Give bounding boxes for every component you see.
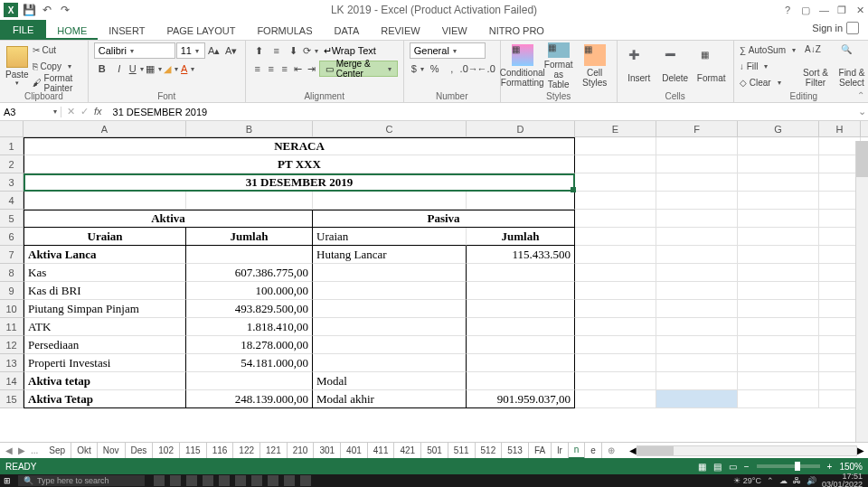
grid-body[interactable]: NERACAPT XXX31 DESEMBER 2019AktivaPasiva… bbox=[24, 137, 861, 408]
cell[interactable] bbox=[738, 155, 819, 173]
cell[interactable] bbox=[656, 137, 738, 155]
cell[interactable]: Kas bbox=[24, 264, 186, 282]
cell[interactable] bbox=[467, 282, 575, 300]
tab-nitro[interactable]: NITRO PRO bbox=[478, 22, 555, 40]
sheet-prev-icon[interactable]: ◀ bbox=[5, 445, 13, 455]
col-header-e[interactable]: E bbox=[575, 121, 656, 136]
sheet-tab[interactable]: 115 bbox=[180, 443, 207, 459]
save-icon[interactable]: 💾 bbox=[22, 3, 36, 17]
row-header[interactable]: 8 bbox=[0, 264, 24, 282]
taskbar-app[interactable] bbox=[203, 475, 213, 486]
cell[interactable] bbox=[656, 246, 738, 264]
cancel-formula-icon[interactable]: ✕ bbox=[67, 106, 75, 117]
cell[interactable] bbox=[575, 264, 656, 282]
cell[interactable] bbox=[313, 336, 467, 354]
cell[interactable] bbox=[738, 173, 819, 192]
tab-view[interactable]: VIEW bbox=[431, 22, 478, 40]
onedrive-icon[interactable]: ☁ bbox=[779, 476, 788, 485]
cell[interactable] bbox=[467, 372, 575, 390]
cell[interactable]: Jumlah bbox=[186, 228, 313, 246]
cell[interactable] bbox=[575, 228, 656, 246]
cell[interactable] bbox=[313, 282, 467, 300]
tab-file[interactable]: FILE bbox=[0, 20, 46, 40]
cell[interactable]: 493.829.500,00 bbox=[186, 300, 313, 318]
cell[interactable] bbox=[575, 210, 656, 228]
cell[interactable]: Hutang Lancar bbox=[313, 246, 467, 264]
col-header-f[interactable]: F bbox=[656, 121, 738, 136]
cell[interactable]: Pasiva bbox=[313, 210, 575, 228]
horizontal-scrollbar[interactable]: ◀ ▶ bbox=[629, 445, 868, 456]
row-header[interactable]: 12 bbox=[0, 336, 24, 354]
taskbar-search[interactable]: 🔍Type here to search bbox=[18, 475, 145, 486]
help-icon[interactable]: ? bbox=[783, 5, 792, 15]
cell[interactable] bbox=[575, 246, 656, 264]
expand-formula-icon[interactable]: ⌄ bbox=[855, 106, 868, 117]
hscroll-right-icon[interactable]: ▶ bbox=[857, 445, 864, 455]
align-top-icon[interactable]: ⬆ bbox=[251, 42, 268, 59]
taskbar-app[interactable] bbox=[235, 475, 246, 486]
cell[interactable] bbox=[575, 173, 656, 192]
cell[interactable]: PT XXX bbox=[24, 155, 575, 173]
taskbar-app[interactable] bbox=[186, 475, 197, 486]
row-header[interactable]: 5 bbox=[0, 210, 24, 228]
sign-in-link[interactable]: Sign in bbox=[812, 22, 859, 34]
cell[interactable]: 54.181.000,00 bbox=[186, 354, 313, 372]
format-painter-button[interactable]: 🖌Format Painter bbox=[33, 75, 82, 90]
cell[interactable]: Modal bbox=[313, 372, 467, 390]
cell[interactable] bbox=[24, 192, 186, 210]
wrap-text-button[interactable]: ↵Wrap Text bbox=[320, 45, 380, 57]
sheet-tab[interactable]: Nov bbox=[98, 443, 126, 459]
fx-icon[interactable]: fx bbox=[94, 106, 102, 117]
row-header[interactable]: 10 bbox=[0, 300, 24, 318]
sheet-tab[interactable]: 501 bbox=[421, 443, 448, 459]
cell[interactable] bbox=[575, 390, 656, 408]
new-sheet-button[interactable]: ⊕ bbox=[602, 445, 620, 455]
sheet-tab[interactable]: Des bbox=[126, 443, 154, 459]
enter-formula-icon[interactable]: ✓ bbox=[80, 106, 89, 117]
cell[interactable] bbox=[575, 372, 656, 390]
view-break-icon[interactable]: ▭ bbox=[729, 462, 737, 472]
cell[interactable] bbox=[467, 300, 575, 318]
border-button[interactable]: ▦▾ bbox=[146, 61, 162, 77]
cell[interactable]: Piutang Simpan Pinjam bbox=[24, 300, 186, 318]
sheet-tab[interactable]: 512 bbox=[476, 443, 503, 459]
decrease-font-icon[interactable]: A▾ bbox=[223, 42, 240, 59]
sheet-tab[interactable]: Sep bbox=[43, 443, 71, 459]
cell[interactable] bbox=[575, 137, 656, 155]
undo-icon[interactable]: ↶ bbox=[40, 3, 54, 17]
cell[interactable] bbox=[738, 210, 819, 228]
cell[interactable]: Uraian bbox=[24, 228, 186, 246]
sheet-tab[interactable]: 116 bbox=[207, 443, 234, 459]
cell[interactable] bbox=[467, 318, 575, 336]
sort-filter-button[interactable]: A↓ZSort & Filter bbox=[799, 42, 832, 89]
delete-cells-button[interactable]: ➖Delete bbox=[659, 42, 692, 89]
sheet-tab[interactable]: 210 bbox=[288, 443, 315, 459]
cell[interactable]: 248.139.000,00 bbox=[186, 390, 313, 408]
font-size-select[interactable]: 11▾ bbox=[176, 42, 205, 59]
clock[interactable]: 17:5103/01/2022 bbox=[822, 473, 863, 487]
font-color-button[interactable]: A▾ bbox=[180, 61, 196, 77]
fill-button[interactable]: ↓Fill▾ bbox=[740, 59, 796, 74]
sheet-tab[interactable]: n bbox=[569, 443, 586, 459]
taskbar-app[interactable] bbox=[170, 475, 181, 486]
close-icon[interactable]: ✕ bbox=[855, 5, 864, 16]
tab-data[interactable]: DATA bbox=[324, 22, 371, 40]
sheet-nav[interactable]: ◀▶... bbox=[0, 445, 43, 455]
cell[interactable] bbox=[656, 354, 738, 372]
sheet-tab[interactable]: e bbox=[585, 443, 602, 459]
vscroll-thumb[interactable] bbox=[856, 141, 868, 177]
row-header[interactable]: 13 bbox=[0, 354, 24, 372]
copy-button[interactable]: ⎘Copy▾ bbox=[33, 59, 82, 74]
format-as-table-button[interactable]: ▦Format as Table bbox=[542, 42, 575, 89]
taskbar-app[interactable] bbox=[219, 475, 230, 486]
row-header[interactable]: 9 bbox=[0, 282, 24, 300]
increase-font-icon[interactable]: A▴ bbox=[206, 42, 222, 59]
row-header[interactable]: 6 bbox=[0, 228, 24, 246]
cell[interactable] bbox=[656, 173, 738, 192]
clear-button[interactable]: ◇Clear▾ bbox=[740, 75, 796, 90]
cell[interactable]: Aktiva tetap bbox=[24, 372, 186, 390]
network-icon[interactable]: 🖧 bbox=[793, 476, 801, 485]
cell[interactable] bbox=[738, 137, 819, 155]
cell[interactable] bbox=[738, 318, 819, 336]
tab-formulas[interactable]: FORMULAS bbox=[246, 22, 323, 40]
